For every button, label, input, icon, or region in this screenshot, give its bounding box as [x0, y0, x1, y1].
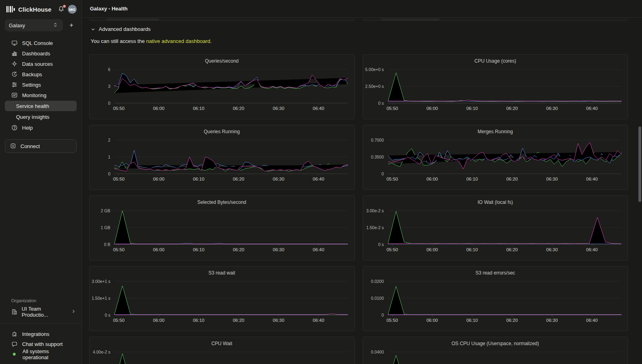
sidebar-footer: Integrations Chat with support All syste… — [0, 329, 81, 364]
chart-title: Queries Running — [89, 129, 354, 134]
x-axis-tick-label: 06:40 — [582, 247, 601, 252]
native-advanced-dashboard-link[interactable]: native advanced dashboard — [146, 38, 210, 44]
x-axis-tick-label: 06:10 — [463, 247, 482, 252]
sidebar-divider — [0, 323, 81, 323]
x-axis-tick-label: 06:20 — [502, 106, 522, 111]
chart-card-io-wait-local-fs[interactable]: IO Wait (local fs)3.00e-2 s1.50e-2 s0 s0… — [363, 195, 628, 260]
x-axis-tick-label: 06:40 — [582, 106, 601, 111]
x-axis-tick-label: 06:00 — [423, 247, 442, 252]
sidebar-item-dashboards[interactable]: Dashboards — [0, 48, 81, 59]
chart-card-cpu-usage-cores[interactable]: CPU Usage (cores)5.00e+0 s2.50e+0 s0 s05… — [363, 54, 628, 119]
service-selector-value: Galaxy — [9, 22, 25, 28]
settings-icon — [11, 81, 18, 88]
clipped-chart-card — [89, 18, 355, 21]
sidebar-item-chat-support[interactable]: Chat with support — [0, 339, 81, 349]
clickhouse-logo-icon — [6, 6, 15, 12]
chart-card-merges-running[interactable]: Merges Running0.70000.3500005:5006:0006:… — [363, 125, 628, 190]
x-axis-tick-label: 06:40 — [309, 247, 328, 252]
organization-switcher[interactable]: UI Team Productio... — [0, 307, 81, 317]
sidebar-item-monitoring[interactable]: Monitoring — [0, 90, 81, 100]
series-line — [114, 150, 348, 169]
series-line — [114, 314, 348, 315]
chart-card-s3-read-errors-sec[interactable]: S3 read errors/sec0.02000.0100005:5006:0… — [363, 266, 628, 331]
clipped-chart-content — [381, 18, 439, 20]
chart-card-s3-read-wait[interactable]: S3 read wait3.00e+1 s1.50e+1 s0 s05:5006… — [89, 266, 355, 331]
connect-button[interactable]: Connect — [5, 139, 77, 153]
monitoring-icon — [11, 92, 18, 98]
y-axis-tick-label: 2.50e+0 s — [363, 84, 384, 89]
series-line — [114, 286, 348, 315]
chart-title: CPU Wait — [89, 341, 354, 346]
sidebar-item-data-sources[interactable]: Data sources — [0, 59, 81, 69]
sql-console-icon — [11, 40, 18, 46]
y-axis-tick-label: 0 s — [89, 313, 110, 317]
x-axis-tick-label: 06:20 — [502, 177, 522, 181]
x-axis-tick-label: 06:10 — [463, 177, 482, 181]
chart-title: CPU Usage (cores) — [363, 58, 628, 64]
sidebar-item-backups[interactable]: Backups — [0, 69, 81, 79]
sidebar-item-integrations[interactable]: Integrations — [0, 329, 81, 339]
sidebar-item-label: SQL Console — [22, 40, 53, 46]
series-line — [388, 287, 622, 315]
chart-title: IO Wait (local fs) — [363, 199, 628, 205]
chart-card-os-cpu-usage-userspace-normalized[interactable]: OS CPU Usage (Userspace, normalized)0.04… — [363, 337, 628, 364]
notification-dot — [63, 5, 66, 8]
x-axis-tick-label: 06:30 — [269, 106, 288, 111]
x-axis-tick-label: 06:20 — [229, 318, 248, 323]
x-axis-tick-label: 06:30 — [269, 247, 288, 252]
y-axis-tick-label: 0.7000 — [363, 138, 384, 142]
notice-text: . — [210, 38, 212, 44]
avatar[interactable]: MG — [68, 5, 77, 14]
system-status[interactable]: All systems operational — [0, 349, 81, 359]
clipped-chart-content — [107, 18, 159, 20]
x-axis-tick-label: 06:30 — [542, 318, 562, 323]
sidebar-item-label: Monitoring — [22, 92, 47, 98]
x-axis-tick-label: 06:20 — [229, 177, 248, 181]
x-axis-tick-label: 06:40 — [309, 318, 328, 323]
series-line — [388, 100, 622, 101]
sidebar-nav: SQL Console Dashboards Data sources — [0, 33, 81, 133]
series-line — [114, 211, 348, 244]
sidebar-subitem-label: Query insights — [16, 114, 49, 120]
chevron-right-icon — [71, 309, 76, 315]
sidebar-item-sql-console[interactable]: SQL Console — [0, 38, 81, 48]
selector-chevrons-icon — [53, 22, 59, 28]
y-axis-tick-label: 0 s — [363, 242, 384, 247]
x-axis-tick-label: 06:40 — [309, 177, 328, 181]
x-axis-tick-label: 06:00 — [149, 177, 169, 181]
organization-label: Organization — [11, 298, 81, 303]
chart-title: S3 read errors/sec — [363, 270, 628, 276]
x-axis-tick-label: 06:40 — [309, 106, 328, 111]
sidebar-subitem-label: Service health — [16, 103, 49, 109]
sidebar-item-label: Backups — [22, 71, 42, 77]
sidebar-item-query-insights[interactable]: Query insights — [5, 112, 77, 122]
x-axis-tick-label: 06:00 — [423, 106, 442, 111]
chart-card-cpu-wait[interactable]: CPU Wait4.00e-2 s2.00e-2 s0 s05:5006:000… — [89, 337, 355, 364]
series-line — [114, 243, 348, 244]
y-axis-tick-label: 1 GB — [89, 225, 110, 230]
x-axis-tick-label: 06:40 — [582, 318, 601, 323]
x-axis-tick-label: 06:10 — [189, 177, 208, 181]
x-axis-tick-label: 06:30 — [542, 177, 562, 181]
y-axis-tick-label: 1 — [89, 155, 110, 159]
organization-icon — [11, 309, 18, 315]
sidebar-item-service-health[interactable]: Service health — [5, 101, 77, 111]
x-axis-tick-label: 06:00 — [423, 318, 442, 323]
x-axis-tick-label: 05:50 — [109, 318, 128, 323]
vertical-scrollbar-thumb[interactable] — [638, 126, 641, 202]
advanced-dashboards-toggle[interactable]: Advanced dashboards — [91, 26, 150, 32]
native-dashboard-notice: You can still access the native advanced… — [91, 38, 628, 44]
clipped-chart-card — [363, 18, 628, 21]
add-service-button[interactable]: + — [66, 20, 77, 31]
service-selector[interactable]: Galaxy — [5, 19, 63, 31]
chart-card-selected-bytes-second[interactable]: Selected Bytes/second2 GB1 GB0 B05:5006:… — [89, 195, 355, 260]
sidebar-item-settings[interactable]: Settings — [0, 79, 81, 90]
dashboard-scroll-area: Advanced dashboards You can still access… — [82, 18, 642, 364]
status-dot-icon — [13, 353, 16, 356]
sidebar-header: ClickHouse MG — [0, 0, 81, 16]
chart-card-queries-second[interactable]: Queries/second63005:5006:0006:1006:2006:… — [89, 54, 355, 119]
sidebar-item-help[interactable]: Help — [0, 122, 81, 133]
notifications-bell-icon[interactable] — [58, 6, 65, 13]
chart-card-queries-running[interactable]: Queries Running21005:5006:0006:1006:2006… — [89, 125, 355, 190]
x-axis-tick-label: 06:10 — [189, 318, 208, 323]
